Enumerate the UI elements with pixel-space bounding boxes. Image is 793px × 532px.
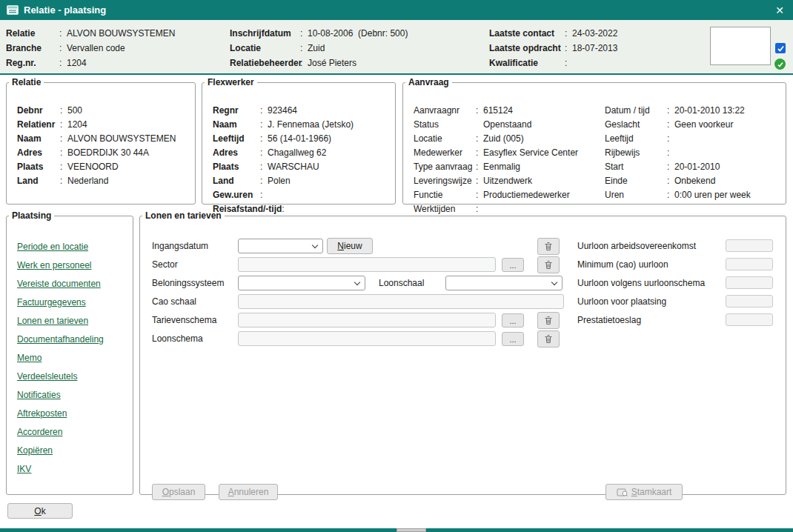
field-colon: : xyxy=(476,160,483,174)
header-row: Laatste opdracht:18-07-2013 xyxy=(489,41,617,56)
field-label: Laatste opdracht xyxy=(489,41,565,56)
window-icon xyxy=(7,5,19,15)
field-label: Laatste contact xyxy=(489,26,565,41)
header-row: Locatie:Zuid xyxy=(230,41,408,56)
status-ok-icon xyxy=(774,59,786,70)
nieuw-button[interactable]: Nieuw xyxy=(327,238,373,254)
field-value: 923464 xyxy=(268,104,297,118)
sidebar-link-kopieren[interactable]: Kopiëren xyxy=(17,445,53,456)
loonschema-input[interactable] xyxy=(238,331,496,346)
prestatietoeslag-input[interactable] xyxy=(726,313,773,326)
field-label: Kwalificatie xyxy=(489,56,565,70)
sidebar-link-vereiste-documenten[interactable]: Vereiste documenten xyxy=(17,279,101,289)
field-colon xyxy=(476,118,483,132)
field-row: Medewerker:Easyflex Service Center xyxy=(414,146,578,160)
sidebar-link-factuurgegevens[interactable]: Factuurgegevens xyxy=(17,297,86,307)
field-colon: : xyxy=(59,56,67,70)
nav-row: Memo xyxy=(17,353,104,371)
nav-row: Vereiste documenten xyxy=(17,279,104,297)
field-value: Uitzendwerk xyxy=(483,174,532,188)
sidebar-link-aftrekposten[interactable]: Aftrekposten xyxy=(17,408,67,419)
tarievenschema-browse-button[interactable]: ... xyxy=(502,313,524,327)
tarievenschema-delete-button[interactable] xyxy=(537,312,560,329)
field-colon: : xyxy=(260,146,268,160)
loonschema-browse-button[interactable]: ... xyxy=(502,332,524,346)
beloningssysteem-label: Beloningssysteem xyxy=(152,276,224,290)
sidebar-link-verdeelsleutels[interactable]: Verdeelsleutels xyxy=(17,371,77,382)
field-label: Land xyxy=(213,174,260,188)
loonschaal-select[interactable] xyxy=(445,276,563,290)
field-row: Geslacht:Geen voorkeur xyxy=(605,118,751,132)
field-value: Nederland xyxy=(67,174,108,188)
ingangsdatum-label: Ingangsdatum xyxy=(152,239,208,253)
plaatsing-nav: Periode en locatie Werk en personeel Ver… xyxy=(17,242,104,482)
tarievenschema-input[interactable] xyxy=(238,313,496,327)
field-colon: : xyxy=(260,132,268,146)
uurloon-arbeidsovereenkomst-input[interactable] xyxy=(726,239,773,252)
field-colon: : xyxy=(300,26,308,41)
field-colon: : xyxy=(667,160,674,174)
sidebar-link-notificaties[interactable]: Notificaties xyxy=(17,390,61,400)
field-label: Plaats xyxy=(17,160,60,174)
field-value: VEENOORD xyxy=(67,160,119,174)
button-label: Nieuw xyxy=(337,241,362,251)
header-column-relation: Relatie:ALVON BOUWSYSTEMEN Branche:Verva… xyxy=(6,26,175,70)
sidebar-link-accorderen[interactable]: Accorderen xyxy=(17,427,62,437)
loonschema-delete-button[interactable] xyxy=(537,330,560,348)
groupbox-legend: Plaatsing xyxy=(9,210,54,221)
button-label: Ok xyxy=(34,506,45,516)
field-value: José Pieters xyxy=(308,56,356,70)
header-row: Laatste contact:24-03-2022 xyxy=(489,26,617,41)
nav-row: IKV xyxy=(17,464,104,482)
field-colon: : xyxy=(260,174,268,188)
annuleren-button[interactable]: Annuleren xyxy=(219,484,278,500)
nav-row: Lonen en tarieven xyxy=(17,316,104,334)
field-row: Gew.uren: xyxy=(213,188,354,202)
field-row: Naam:ALVON BOUWSYSTEMEN xyxy=(17,132,176,146)
sector-browse-button[interactable]: ... xyxy=(502,258,524,272)
nav-row: Accorderen xyxy=(17,427,104,445)
uurloon-voor-plaatsing-input[interactable] xyxy=(726,295,773,307)
flexwerker-groupbox: Flexwerker Regnr:923464 Naam:J. Fennemaa… xyxy=(202,77,396,205)
field-label: Inschrijfdatum xyxy=(230,26,300,41)
uurloon-voor-plaatsing-label: Uurloon voor plaatsing xyxy=(577,294,666,309)
close-icon[interactable]: ✕ xyxy=(773,4,786,16)
field-colon: : xyxy=(300,41,308,56)
ingangsdatum-select[interactable] xyxy=(238,239,323,253)
stamkaart-button[interactable]: Stamkaart xyxy=(605,484,683,500)
field-value: 10-08-2006 (Debnr: 500) xyxy=(308,26,408,41)
sidebar-link-memo[interactable]: Memo xyxy=(17,353,42,363)
sidebar-link-documentafhandeling[interactable]: Documentafhandeling xyxy=(17,334,104,345)
sidebar-link-periode-en-locatie[interactable]: Periode en locatie xyxy=(17,242,88,252)
field-colon: : xyxy=(60,132,67,146)
flexwerker-fields: Regnr:923464 Naam:J. Fennemaa (Jetsko) L… xyxy=(213,104,354,216)
sidebar-link-ikv[interactable]: IKV xyxy=(17,464,31,474)
beloningssysteem-select[interactable] xyxy=(238,276,365,290)
field-label: Naam xyxy=(17,132,60,146)
header-row: Reg.nr.:1204 xyxy=(6,56,175,70)
field-value: 18-07-2013 xyxy=(572,41,617,56)
ingangsdatum-delete-button[interactable] xyxy=(537,238,560,255)
ok-button[interactable]: Ok xyxy=(7,503,73,519)
field-colon: : xyxy=(260,188,268,202)
field-value: Productiemedewerker xyxy=(483,188,570,202)
uurloon-volgens-uurloonschema-input[interactable] xyxy=(726,276,773,289)
field-row: Land:Nederland xyxy=(17,174,176,188)
minimum-cao-uurloon-input[interactable] xyxy=(726,258,773,270)
aanvraag-left-fields: Aanvraagnr:615124 StatusOpenstaand Locat… xyxy=(414,104,578,216)
sidebar-link-werk-en-personeel[interactable]: Werk en personeel xyxy=(17,260,92,270)
sidebar-link-lonen-en-tarieven[interactable]: Lonen en tarieven xyxy=(17,316,88,326)
relation-summary-header: Relatie:ALVON BOUWSYSTEMEN Branche:Verva… xyxy=(0,20,793,73)
active-checkbox[interactable] xyxy=(775,43,786,53)
field-value: ALVON BOUWSYSTEMEN xyxy=(67,132,176,146)
field-value: BOEDRDIJK 30 44A xyxy=(67,146,149,160)
field-value: Geen voorkeur xyxy=(674,118,733,132)
field-label: Uren xyxy=(605,188,667,202)
header-divider xyxy=(0,73,793,75)
hscrollbar-thumb[interactable] xyxy=(396,528,426,532)
sector-delete-button[interactable] xyxy=(537,256,560,273)
cao-schaal-input[interactable] xyxy=(238,294,564,309)
field-label: Adres xyxy=(17,146,60,160)
sector-input[interactable] xyxy=(238,257,496,272)
opslaan-button[interactable]: Opslaan xyxy=(152,484,205,500)
